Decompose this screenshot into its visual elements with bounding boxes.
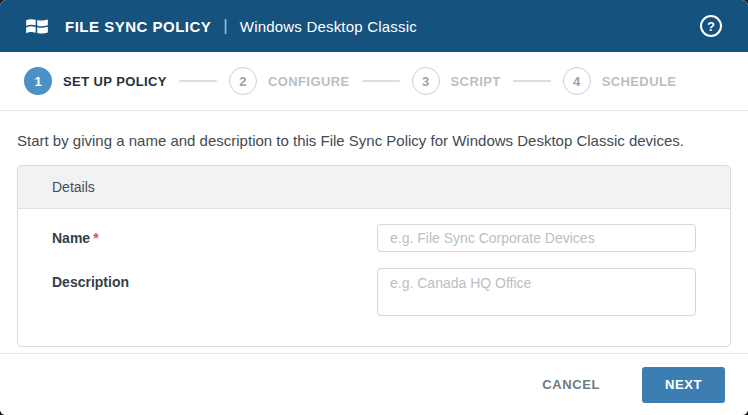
- wizard-stepper: 1 SET UP POLICY 2 CONFIGURE 3 SCRIPT 4 S…: [0, 52, 748, 111]
- step-label: SET UP POLICY: [63, 74, 167, 89]
- step-connector: [179, 80, 217, 82]
- step-number-badge: 4: [563, 67, 591, 95]
- wizard-body: Start by giving a name and description t…: [0, 132, 748, 347]
- instruction-text: Start by giving a name and description t…: [17, 132, 731, 149]
- step-number-badge: 3: [412, 67, 440, 95]
- title-bar: FILE SYNC POLICY | Windows Desktop Class…: [0, 0, 748, 52]
- description-label-text: Description: [52, 274, 129, 290]
- name-input[interactable]: [377, 224, 696, 252]
- name-field-label: Name*: [52, 224, 377, 246]
- help-icon[interactable]: ?: [700, 15, 722, 37]
- name-field-row: Name*: [52, 224, 696, 252]
- description-field-row: Description: [52, 268, 696, 316]
- step-number-badge: 2: [229, 67, 257, 95]
- details-card-body: Name* Description: [18, 209, 730, 346]
- step-number-badge: 1: [24, 67, 52, 95]
- file-sync-policy-wizard: FILE SYNC POLICY | Windows Desktop Class…: [0, 0, 748, 415]
- wizard-footer: CANCEL NEXT: [0, 353, 748, 415]
- details-card: Details Name* Description: [17, 165, 731, 347]
- step-configure[interactable]: 2 CONFIGURE: [229, 67, 350, 95]
- page-title: FILE SYNC POLICY: [65, 18, 211, 35]
- details-card-title: Details: [18, 166, 730, 209]
- windows-logo-icon: [24, 13, 50, 39]
- cancel-button[interactable]: CANCEL: [538, 369, 604, 400]
- step-connector: [362, 80, 400, 82]
- step-script[interactable]: 3 SCRIPT: [412, 67, 501, 95]
- step-connector: [513, 80, 551, 82]
- title-separator: |: [223, 16, 227, 36]
- step-label: SCHEDULE: [602, 74, 677, 89]
- next-button[interactable]: NEXT: [642, 367, 725, 403]
- step-label: SCRIPT: [451, 74, 501, 89]
- page-subtitle: Windows Desktop Classic: [240, 18, 417, 35]
- step-label: CONFIGURE: [268, 74, 350, 89]
- description-input[interactable]: [377, 268, 696, 316]
- step-schedule[interactable]: 4 SCHEDULE: [563, 67, 677, 95]
- description-field-label: Description: [52, 268, 377, 290]
- step-set-up-policy[interactable]: 1 SET UP POLICY: [24, 67, 167, 95]
- name-label-text: Name: [52, 230, 90, 246]
- required-marker: *: [93, 230, 98, 246]
